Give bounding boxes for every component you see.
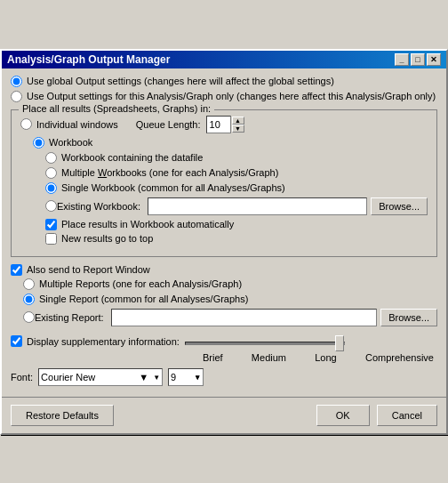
workbook-multiple-label: Multiple Workbooks (one for each Analysi… [61,167,278,178]
font-name-select[interactable]: Courier New Arial Times New Roman [38,368,163,386]
window-title: Analysis/Graph Output Manager [7,53,170,66]
queue-spinner: ▲ ▼ [232,117,244,133]
individual-windows-label: Individual windows [36,119,118,130]
report-window-row: Also send to Report Window [11,264,437,276]
global-settings-label: Use global Output settings (changes here… [27,76,334,86]
title-bar: Analysis/Graph Output Manager _ □ ✕ [2,51,446,68]
ok-cancel-group: OK Cancel [316,405,437,426]
title-bar-buttons: _ □ ✕ [395,53,441,66]
workbook-single-label: Single Workbook (common for all Analyses… [61,182,285,193]
workbook-browse-button[interactable]: Browse... [371,197,428,215]
workbook-datafile-radio[interactable] [45,152,57,164]
queue-length-input[interactable] [206,116,231,133]
report-window-label: Also send to Report Window [27,264,150,275]
place-automatically-checkbox[interactable] [45,219,57,230]
workbook-main-row: Workbook [33,137,428,149]
supplementary-section: Display supplementary information: Brief… [11,334,437,363]
place-automatically-row: Place results in Workbook automatically [45,219,428,230]
main-window: Analysis/Graph Output Manager _ □ ✕ Use … [0,49,448,435]
workbook-datafile-label: Workbook containing the datafile [61,152,203,163]
restore-defaults-button[interactable]: Restore Defaults [11,405,114,426]
local-settings-radio[interactable] [11,91,22,102]
bottom-bar: Restore Defaults OK Cancel [2,397,446,433]
font-size-select[interactable]: 7 8 9 10 11 12 [168,368,204,386]
single-report-label: Single Report (common for all Analyses/G… [39,294,248,304]
report-options: Multiple Reports (one for each Analysis/… [23,278,437,326]
label-brief: Brief [203,352,223,363]
queue-spin-down[interactable]: ▼ [232,125,244,133]
report-window-checkbox[interactable] [11,264,22,276]
local-settings-row: Use Output settings for this Analysis/Gr… [11,91,437,102]
single-report-row: Single Report (common for all Analyses/G… [23,294,437,305]
global-settings-radio[interactable] [11,76,22,87]
place-automatically-label: Place results in Workbook automatically [61,219,234,229]
existing-report-label: Existing Report: [35,312,104,323]
maximize-button[interactable]: □ [411,53,425,66]
minimize-button[interactable]: _ [395,53,409,66]
font-label: Font: [11,372,33,382]
individual-windows-radio[interactable] [20,118,32,130]
multiple-reports-label: Multiple Reports (one for each Analysis/… [39,278,242,289]
supplementary-label: Display supplementary information: [27,336,180,347]
queue-length-label: Queue Length: [136,119,201,130]
slider-labels: Brief Medium Long Comprehensive [203,352,434,363]
new-results-top-checkbox[interactable] [45,233,57,245]
existing-workbook-input[interactable] [148,197,367,215]
ok-button[interactable]: OK [316,405,370,426]
existing-workbook-row: Existing Workbook: Browse... [45,197,428,215]
supplementary-slider-container [185,337,345,350]
font-row: Font: Courier New Arial Times New Roman … [11,368,437,386]
workbook-multiple-row: Multiple Workbooks (one for each Analysi… [45,167,428,179]
supplementary-slider[interactable] [185,342,345,345]
slider-labels-row: Brief Medium Long Comprehensive [11,352,434,363]
workbook-single-radio[interactable] [45,182,57,194]
single-report-radio[interactable] [23,294,35,305]
new-results-top-label: New results go to top [61,233,153,244]
place-results-title: Place all results (Spreadsheets, Graphs)… [19,103,214,114]
multiple-reports-radio[interactable] [23,278,35,290]
label-long: Long [315,352,336,363]
workbook-single-row: Single Workbook (common for all Analyses… [45,182,428,194]
workbook-label: Workbook [49,137,92,148]
existing-report-row: Existing Report: Browse... [23,309,437,326]
label-medium: Medium [252,352,286,363]
supplementary-checkbox[interactable] [11,335,22,347]
close-button[interactable]: ✕ [427,53,441,66]
workbook-multiple-radio[interactable] [45,167,57,179]
cancel-button[interactable]: Cancel [377,405,437,426]
content-area: Use global Output settings (changes here… [2,68,446,393]
existing-workbook-radio[interactable] [45,200,57,212]
label-comprehensive: Comprehensive [365,352,434,363]
existing-report-radio[interactable] [23,311,35,323]
workbook-datafile-row: Workbook containing the datafile [45,152,428,164]
new-results-top-row: New results go to top [45,233,428,245]
place-results-group: Place all results (Spreadsheets, Graphs)… [11,109,437,257]
report-browse-button[interactable]: Browse... [380,309,437,326]
existing-report-input[interactable] [111,309,377,326]
workbook-radio[interactable] [33,137,44,149]
existing-workbook-label: Existing Workbook: [57,201,140,212]
local-settings-label: Use Output settings for this Analysis/Gr… [27,91,436,101]
font-name-wrapper: Courier New Arial Times New Roman ▼ [38,368,163,386]
multiple-reports-row: Multiple Reports (one for each Analysis/… [23,278,437,290]
queue-spin-up[interactable]: ▲ [232,117,244,125]
supplementary-row: Display supplementary information: [11,334,437,350]
individual-windows-row: Individual windows Queue Length: ▲ ▼ [20,116,428,133]
global-settings-row: Use global Output settings (changes here… [11,76,437,87]
font-size-wrapper: 7 8 9 10 11 12 ▼ [168,368,204,386]
